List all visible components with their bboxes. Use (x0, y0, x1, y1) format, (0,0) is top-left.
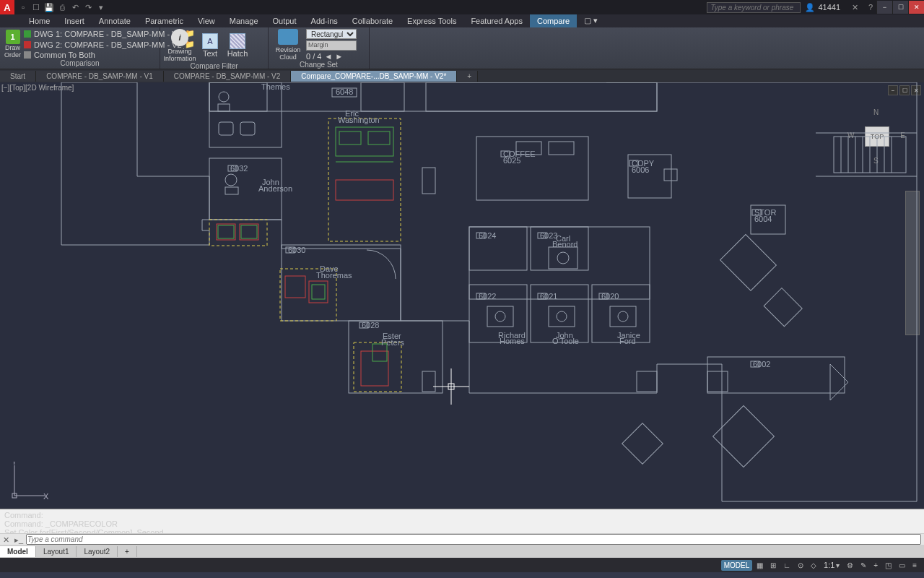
file-tab-start[interactable]: Start (0, 71, 36, 82)
svg-rect-13 (225, 187, 238, 194)
minimize-button[interactable]: − (876, 1, 892, 14)
shape-select[interactable]: Rectangular (306, 29, 357, 39)
tab-more[interactable]: ▢ ▾ (577, 14, 605, 27)
svg-text:6006: 6006 (632, 165, 649, 174)
tab-output[interactable]: Output (266, 14, 304, 27)
svg-text:6004: 6004 (754, 215, 772, 223)
window-controls: − ☐ ✕ (876, 1, 924, 14)
changeset-options: Rectangular Margin 0 / 4 ◄ ► (306, 29, 357, 61)
status-polar-icon[interactable]: ⊙ (795, 560, 806, 571)
svg-rect-81 (622, 423, 663, 465)
exchange-icon[interactable]: ✕ (849, 1, 860, 13)
file-tab-v1[interactable]: COMPARE - DB_SAMP-MM - V1 (36, 71, 164, 82)
tab-featured[interactable]: Featured Apps (463, 14, 530, 27)
svg-text:X: X (43, 492, 48, 501)
status-grid-icon[interactable]: ▦ (754, 560, 766, 571)
tab-compare[interactable]: Compare (530, 14, 577, 27)
svg-rect-17 (368, 131, 390, 144)
tab-collaborate[interactable]: Collaborate (345, 14, 400, 27)
open-icon[interactable]: ☐ (30, 1, 42, 13)
status-gear-icon[interactable]: ⚙ (844, 560, 856, 571)
revision-cloud-button[interactable]: Revision Cloud (273, 29, 303, 61)
command-history[interactable]: Command: Command: _COMPARECOLOR Set Colo… (0, 509, 924, 533)
dwg1-label: DWG 1: COMPARE - DB_SAMP-MM - V1 (34, 30, 182, 38)
prev-icon[interactable]: ◄ (324, 52, 332, 61)
status-model[interactable]: MODEL (721, 560, 753, 571)
status-bar: MODEL ▦ ⊞ ∟ ⊙ ◇ 1:1 ▾ ⚙ ✎ + ◳ ▭ ≡ (0, 558, 924, 572)
svg-text:Homes: Homes (500, 337, 525, 345)
search-input[interactable] (707, 2, 801, 13)
svg-rect-57 (469, 227, 527, 270)
draw-order-button[interactable]: 1 Draw Order (4, 29, 21, 59)
drawing-canvas[interactable]: [−][Top][2D Wireframe] − ☐ ✕ N S E W TOP (0, 82, 924, 509)
status-clean-icon[interactable]: ▭ (896, 560, 908, 571)
status-iso-icon[interactable]: ◳ (882, 560, 894, 571)
status-scale[interactable]: 1:1 ▾ (821, 559, 842, 571)
new-icon[interactable]: ▫ (17, 1, 29, 13)
save-icon[interactable]: 💾 (43, 1, 55, 13)
close-button[interactable]: ✕ (908, 1, 924, 14)
tab-manage[interactable]: Manage (222, 14, 266, 27)
status-osnap-icon[interactable]: ◇ (808, 560, 819, 571)
undo-icon[interactable]: ↶ (69, 1, 81, 13)
svg-text:6002: 6002 (753, 360, 770, 368)
svg-text:6022: 6022 (479, 292, 496, 301)
file-tabs: Start COMPARE - DB_SAMP-MM - V1 COMPARE … (0, 69, 924, 82)
svg-text:Thoremas: Thoremas (316, 271, 352, 280)
layout-add[interactable]: + (118, 546, 137, 557)
help-icon[interactable]: ? (865, 1, 876, 13)
ucs-icon[interactable]: YX (9, 462, 48, 503)
tab-addins[interactable]: Add-ins (304, 14, 345, 27)
cmd-line-2: Command: _COMPARECOLOR (4, 519, 920, 528)
layout-model[interactable]: Model (0, 546, 36, 557)
svg-point-62 (557, 252, 569, 264)
app-logo[interactable]: A (0, 0, 14, 14)
svg-rect-53 (361, 351, 388, 386)
file-tab-v2[interactable]: COMPARE - DB_SAMP-MM - V2 (164, 71, 292, 82)
drawing-info-button[interactable]: iDrawing Information (165, 29, 195, 62)
status-snap-icon[interactable]: ⊞ (767, 560, 779, 571)
saveas-icon[interactable]: ⎙ (56, 1, 68, 13)
signin[interactable]: 👤41441 (801, 3, 845, 12)
tab-view[interactable]: View (191, 14, 222, 27)
swatch-grey (24, 51, 31, 59)
qat-more-icon[interactable]: ▾ (95, 1, 107, 13)
layout-tabs: Model Layout1 Layout2 + (0, 545, 924, 558)
next-icon[interactable]: ► (335, 52, 343, 61)
svg-text:Y: Y (12, 462, 17, 466)
layout-1[interactable]: Layout1 (36, 546, 77, 557)
file-tab-compare[interactable]: Compare_COMPARE-...DB_SAMP-MM - V2* (291, 71, 457, 82)
tab-express[interactable]: Express Tools (400, 14, 463, 27)
text-icon: A (202, 33, 218, 49)
command-close-icon[interactable]: ✕ (3, 535, 12, 544)
swatch-red (24, 41, 31, 48)
svg-rect-71 (549, 306, 575, 327)
status-custom-icon[interactable]: ≡ (910, 560, 920, 571)
svg-rect-43 (241, 225, 257, 238)
status-ortho-icon[interactable]: ∟ (780, 560, 793, 571)
tab-parametric[interactable]: Parametric (138, 14, 191, 27)
redo-icon[interactable]: ↷ (82, 1, 94, 13)
info-label: Drawing Information (163, 48, 196, 62)
layout-2[interactable]: Layout2 (77, 546, 118, 557)
svg-rect-73 (610, 306, 636, 327)
svg-rect-41 (240, 224, 258, 240)
maximize-button[interactable]: ☐ (892, 1, 908, 14)
command-input[interactable] (26, 534, 921, 545)
command-prompt-icon: ▸_ (14, 535, 23, 544)
cmd-line-1: Command: (4, 511, 920, 519)
text-filter-button[interactable]: AText (198, 29, 222, 62)
file-tab-new[interactable]: + (457, 71, 478, 82)
panel-title: Compare Filter (165, 62, 263, 70)
draw-order-label: Draw Order (4, 44, 21, 59)
margin-field[interactable]: Margin (306, 40, 357, 51)
status-plus-icon[interactable]: + (871, 560, 881, 571)
hatch-icon (230, 33, 245, 49)
tab-home[interactable]: Home (22, 14, 57, 27)
tab-insert[interactable]: Insert (57, 14, 92, 27)
status-anno-icon[interactable]: ✎ (858, 560, 869, 571)
tab-annotate[interactable]: Annotate (92, 14, 138, 27)
hatch-filter-button[interactable]: Hatch (225, 29, 250, 62)
info-icon: i (171, 29, 188, 46)
svg-rect-8 (219, 122, 233, 135)
